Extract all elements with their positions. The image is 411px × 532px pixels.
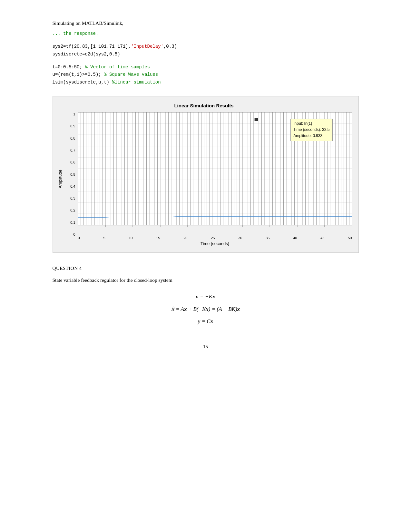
code-comment-response: ... the response. [53,31,99,36]
code-block-3: t=0:0.5:50; % Vector of time samples u=(… [53,64,359,86]
y-axis-label: Amplitude [56,112,64,246]
question-text: State variable feedback regulator for th… [53,276,359,284]
math-equation-3: y = Cx [53,318,359,325]
x-tick-20: 20 [183,236,187,240]
y-tick-labels: 0 0.1 0.2 0.3 0.4 0.5 0.6 0.7 0.8 0.9 1 [65,112,77,236]
code-line-u: u=(rem(t,1)>=0.5); % Square Wave values [53,71,359,79]
y-tick-1: 1 [73,112,75,116]
code-block-1: ... the response. [53,30,359,38]
x-tick-labels: 0 5 10 15 20 25 30 35 40 45 50 [78,236,352,240]
x-tick-50: 50 [348,236,352,240]
y-tick-05: 0.5 [70,172,75,176]
code-line-sys2: sys2=tf(20.83,[1 101.71 171],'InputDelay… [53,43,359,51]
chart-plot-area: Input: In(1) Time (seconds): 32.5 Amplit… [78,112,352,235]
y-tick-09: 0.9 [70,124,75,128]
page-content: Simulating on MATLAB/Simulink, ... the r… [53,19,359,350]
x-tick-45: 45 [320,236,324,240]
intro-text: Simulating on MATLAB/Simulink, [53,19,359,27]
x-tick-25: 25 [211,236,215,240]
x-tick-0: 0 [78,236,80,240]
x-tick-40: 40 [293,236,297,240]
chart-container: Linear Simulation Results Amplitude 0 0.… [53,96,359,253]
code-line-sysdiscrete: sysdiscrete=c2d(sys2,0.5) [53,51,359,58]
chart-title: Linear Simulation Results [56,103,352,108]
math-equation-1: u = −Kx [53,293,359,300]
tooltip-time: Time (seconds): 32.5 [293,127,329,133]
y-tick-08: 0.8 [70,136,75,140]
x-tick-35: 35 [266,236,269,240]
y-tick-03: 0.3 [70,196,75,200]
y-tick-01: 0.1 [70,221,75,224]
x-axis-label: Time (seconds) [78,241,352,246]
x-tick-5: 5 [103,236,105,240]
tooltip-input: Input: In(1) [293,121,329,127]
tooltip-marker [254,118,258,121]
code-line-lsim: lsim(sysdiscrete,u,t) %linear simulation [53,79,359,86]
x-tick-15: 15 [156,236,160,240]
page-number: 15 [53,344,359,350]
x-tick-30: 30 [238,236,242,240]
math-equation-2: ẋ = Ax + B(−Kx) = (A − BK)x [53,306,359,312]
tooltip-amplitude: Amplitude: 0.933 [293,133,329,139]
y-tick-06: 0.6 [70,160,75,164]
y-tick-04: 0.4 [70,184,75,188]
y-tick-02: 0.2 [70,208,75,212]
question-header: QUESTION 4 [53,266,359,271]
code-line-t: t=0:0.5:50; % Vector of time samples [53,64,359,71]
code-block-2: sys2=tf(20.83,[1 101.71 171],'InputDelay… [53,43,359,58]
y-tick-07: 0.7 [70,148,75,152]
tooltip-box: Input: In(1) Time (seconds): 32.5 Amplit… [290,119,332,141]
y-tick-0: 0 [73,232,75,236]
x-tick-10: 10 [129,236,132,240]
